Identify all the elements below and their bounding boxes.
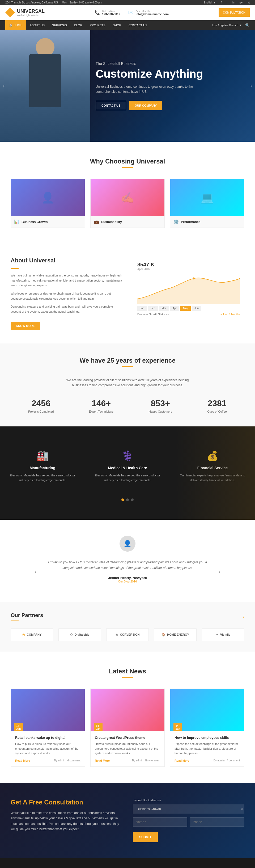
nav-services[interactable]: SERVICES: [49, 20, 70, 30]
hero-section: The Sucessfull Business Customize Anythi…: [0, 30, 255, 142]
dot-1[interactable]: [121, 498, 124, 501]
logo-text: UNIVERSAL: [17, 8, 44, 14]
hero-next-arrow[interactable]: ›: [251, 83, 252, 89]
manufacturing-desc: Electronic Materials has served the semi…: [8, 473, 77, 483]
why-title: Why Choosing Universal: [11, 158, 244, 165]
why-card-sustainability: ✍️ 💼 Sustainability: [90, 179, 165, 228]
submit-button[interactable]: SUBMIT: [133, 832, 158, 842]
form-name-phone-row: [133, 817, 244, 827]
chart-tab-may[interactable]: May: [180, 306, 191, 311]
news-footer-2: Read More By admin Environment: [95, 759, 160, 762]
discuss-select[interactable]: Business Growth Marketing Finance: [133, 804, 244, 814]
social-linkedin[interactable]: in: [232, 1, 234, 4]
read-more-2[interactable]: Read More: [95, 759, 110, 762]
read-more-3[interactable]: Read More: [174, 759, 189, 762]
stat-coffee-number: 2381: [207, 399, 227, 408]
hero-prev-arrow[interactable]: ‹: [3, 83, 4, 89]
hero-desc: Universal Business theme continues to gr…: [96, 84, 197, 94]
know-more-button[interactable]: KNOW MORE: [11, 322, 40, 330]
news-date-3: 14 Jan: [173, 723, 182, 731]
news-date-2: 14 Jan: [94, 723, 102, 731]
partners-arrow[interactable]: ›: [243, 614, 244, 619]
consultation-button[interactable]: CONSULTATION: [219, 8, 250, 17]
why-card-performance: 💻 ⚙️ Performance: [170, 179, 244, 228]
consult-right: I would like to discuss Business Growth …: [133, 799, 244, 842]
nav-home[interactable]: 🏠 HOME: [5, 20, 26, 30]
phone-icon: 📞: [95, 10, 100, 15]
why-section: Why Choosing Universal 👤 📊 Business Grow…: [0, 142, 255, 244]
nav-contact[interactable]: CONTACT US: [125, 20, 151, 30]
testimonial-prev[interactable]: ‹: [35, 568, 36, 575]
partner-home-energy-icon: 🏠: [161, 633, 165, 636]
contact-us-button[interactable]: CONTACT US: [96, 101, 126, 110]
stat-technicians: 146+ Expert Technicians: [89, 399, 114, 413]
news-text-3: Expose the actual teachings of the great…: [174, 742, 240, 756]
stat-technicians-number: 146+: [89, 399, 114, 408]
phone-input[interactable]: [190, 817, 244, 827]
chart-tab-apr[interactable]: Apr: [170, 306, 180, 311]
chart-tab-jun[interactable]: Jun: [192, 306, 201, 311]
chart-footer: Business Growth Statistics ▼ Last 6 Mont…: [137, 313, 240, 316]
partners-title: Our Partners: [11, 612, 43, 618]
read-more-1[interactable]: Read More: [15, 759, 30, 762]
news-category-3: 4 comment: [227, 759, 240, 762]
our-company-button[interactable]: OUR COMPANY: [129, 101, 162, 110]
card-placeholder-sustainability: ✍️: [91, 179, 164, 216]
experience-desc: We are the leading provider of client so…: [61, 378, 194, 388]
about-left: About Universal We have built an enviabl…: [11, 257, 122, 330]
card-img-growth: 👤: [11, 179, 85, 216]
dot-3[interactable]: [131, 498, 134, 501]
card-footer-sustainability: 💼 Sustainability: [91, 216, 164, 227]
news-content-3: How to improve employees skills Expose t…: [170, 731, 244, 767]
partners-section: Our Partners › ◎ COMPANY ⬡ Digitalside ◉…: [0, 601, 255, 652]
person-body: [29, 54, 61, 107]
chart-footer-period[interactable]: ▼ Last 6 Months: [220, 313, 240, 316]
nav-shop[interactable]: SHOP: [109, 20, 125, 30]
about-title: About Universal: [11, 257, 122, 264]
consult-left: Get A Free Consultation Would you like t…: [11, 799, 122, 842]
nav-about[interactable]: ABOUT US: [26, 20, 49, 30]
social-youtube[interactable]: yt: [248, 1, 250, 4]
chart-tab-feb[interactable]: Feb: [148, 306, 158, 311]
news-content-2: Create great WordPress theme How to purs…: [91, 731, 164, 767]
sustainability-label: Sustainability: [101, 220, 122, 224]
testimonial-next[interactable]: ›: [219, 568, 220, 575]
logo-icon: [5, 8, 15, 17]
news-author-1: By admin: [54, 759, 65, 762]
logo-sub: We find right solution: [17, 14, 44, 17]
site-header: UNIVERSAL We find right solution 📞 Call …: [0, 5, 255, 20]
discuss-label: I would like to discuss: [133, 799, 244, 802]
partner-vismile-icon: ✦: [216, 633, 218, 636]
medical-title: Medical & Health Care: [93, 466, 162, 470]
language[interactable]: English ▼: [204, 1, 216, 4]
about-right: 8547 K Apar 2016 Jan Feb Mar Apr May Jun…: [133, 257, 244, 330]
news-tags-1: By admin 4 comment: [54, 759, 81, 762]
sustainability-icon: 💼: [94, 219, 99, 224]
testimonial-avatar: 👤: [120, 536, 135, 552]
growth-icon: 📊: [14, 219, 20, 224]
news-author-2: By admin: [132, 759, 143, 762]
testimonial-section: 👤 ‹ Explain to you how all this mistaken…: [0, 520, 255, 601]
social-google[interactable]: g+: [240, 1, 243, 4]
partner-company-icon: ◎: [22, 633, 25, 636]
manufacturing-title: Manufacturing: [8, 466, 77, 470]
news-category-1: 4 comment: [67, 759, 81, 762]
stat-technicians-label: Expert Technicians: [89, 410, 114, 413]
chart-tab-mar[interactable]: Mar: [159, 306, 169, 311]
nav-projects[interactable]: PROJECTS: [86, 20, 109, 30]
call-number[interactable]: 123-678-9012: [102, 12, 120, 16]
search-icon[interactable]: 🔍: [245, 23, 250, 27]
nav-branch[interactable]: Los Angeles Branch ▼: [212, 24, 242, 27]
news-title-1: Retail banks wake up to digital: [15, 736, 81, 740]
news-title: Latest News: [11, 668, 244, 675]
about-section: About Universal We have built an enviabl…: [0, 244, 255, 343]
social-facebook[interactable]: f: [221, 1, 222, 4]
dot-2[interactable]: [126, 498, 129, 501]
social-twitter[interactable]: t: [227, 1, 227, 4]
name-input[interactable]: [133, 817, 187, 827]
main-nav: 🏠 HOME ABOUT US SERVICES BLOG PROJECTS S…: [0, 20, 255, 30]
news-tags-3: By admin 4 comment: [214, 759, 240, 762]
nav-blog[interactable]: BLOG: [71, 20, 86, 30]
send-email[interactable]: info@domainname.com: [136, 12, 169, 16]
chart-tab-jan[interactable]: Jan: [137, 306, 147, 311]
